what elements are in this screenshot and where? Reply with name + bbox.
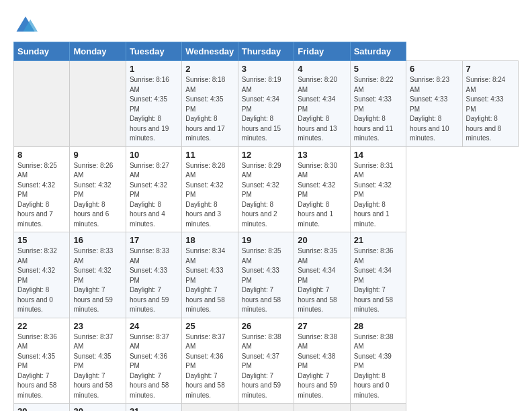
- calendar-cell: 26Sunrise: 8:38 AMSunset: 4:37 PMDayligh…: [238, 318, 294, 404]
- day-number: 7: [466, 64, 515, 74]
- day-detail: Sunrise: 8:34 AMSunset: 4:33 PMDaylight:…: [185, 246, 234, 315]
- day-number: 6: [410, 64, 458, 74]
- logo-icon: [13, 13, 38, 38]
- day-detail: Sunrise: 8:37 AMSunset: 4:36 PMDaylight:…: [130, 332, 178, 401]
- day-header-tuesday: Tuesday: [126, 42, 181, 61]
- day-number: 13: [298, 150, 346, 160]
- empty-cell: [14, 61, 70, 147]
- day-number: 2: [185, 64, 234, 74]
- calendar-cell: 4Sunrise: 8:20 AMSunset: 4:34 PMDaylight…: [294, 61, 350, 147]
- day-detail: Sunrise: 8:16 AMSunset: 4:35 PMDaylight:…: [130, 75, 178, 144]
- day-detail: Sunrise: 8:22 AMSunset: 4:33 PMDaylight:…: [354, 75, 402, 144]
- calendar-cell: 14Sunrise: 8:31 AMSunset: 4:32 PMDayligh…: [350, 146, 406, 232]
- day-detail: Sunrise: 8:33 AMSunset: 4:32 PMDaylight:…: [73, 246, 122, 315]
- calendar-cell: 13Sunrise: 8:30 AMSunset: 4:32 PMDayligh…: [294, 146, 350, 232]
- calendar-cell: 24Sunrise: 8:37 AMSunset: 4:36 PMDayligh…: [126, 318, 181, 404]
- calendar-cell: 3Sunrise: 8:19 AMSunset: 4:34 PMDaylight…: [238, 61, 294, 147]
- day-number: 15: [17, 235, 66, 245]
- day-number: 19: [242, 235, 290, 245]
- day-detail: Sunrise: 8:26 AMSunset: 4:32 PMDaylight:…: [73, 161, 122, 230]
- day-detail: Sunrise: 8:19 AMSunset: 4:34 PMDaylight:…: [242, 75, 290, 144]
- calendar-body: 1Sunrise: 8:16 AMSunset: 4:35 PMDaylight…: [14, 61, 519, 412]
- day-detail: Sunrise: 8:24 AMSunset: 4:33 PMDaylight:…: [466, 75, 515, 144]
- day-number: 23: [73, 321, 122, 331]
- calendar-cell: 25Sunrise: 8:37 AMSunset: 4:36 PMDayligh…: [182, 318, 238, 404]
- day-header-wednesday: Wednesday: [182, 42, 238, 61]
- day-number: 20: [298, 235, 346, 245]
- day-header-saturday: Saturday: [350, 42, 406, 61]
- day-number: 17: [130, 235, 178, 245]
- calendar-cell: 30Sunrise: 8:38 AMSunset: 4:40 PMDayligh…: [70, 404, 126, 412]
- day-detail: Sunrise: 8:27 AMSunset: 4:32 PMDaylight:…: [130, 161, 178, 230]
- day-detail: Sunrise: 8:32 AMSunset: 4:32 PMDaylight:…: [17, 246, 66, 315]
- calendar-cell: 19Sunrise: 8:35 AMSunset: 4:33 PMDayligh…: [238, 232, 294, 318]
- calendar-cell: 5Sunrise: 8:22 AMSunset: 4:33 PMDaylight…: [350, 61, 406, 147]
- day-number: 29: [17, 406, 66, 411]
- day-number: 5: [354, 64, 402, 74]
- day-header-monday: Monday: [70, 42, 126, 61]
- calendar-week-row: 22Sunrise: 8:36 AMSunset: 4:35 PMDayligh…: [14, 318, 519, 404]
- day-number: 1: [130, 64, 178, 74]
- calendar-cell: 23Sunrise: 8:37 AMSunset: 4:35 PMDayligh…: [70, 318, 126, 404]
- day-number: 27: [298, 321, 346, 331]
- calendar-table: SundayMondayTuesdayWednesdayThursdayFrid…: [13, 42, 519, 411]
- calendar-header-row: SundayMondayTuesdayWednesdayThursdayFrid…: [14, 42, 519, 61]
- day-header-thursday: Thursday: [238, 42, 294, 61]
- calendar-cell: 21Sunrise: 8:36 AMSunset: 4:34 PMDayligh…: [350, 232, 406, 318]
- day-detail: Sunrise: 8:36 AMSunset: 4:34 PMDaylight:…: [354, 246, 402, 315]
- empty-cell: [70, 61, 126, 147]
- day-detail: Sunrise: 8:23 AMSunset: 4:33 PMDaylight:…: [410, 75, 458, 144]
- calendar-cell: [238, 404, 294, 412]
- calendar-cell: 11Sunrise: 8:28 AMSunset: 4:32 PMDayligh…: [182, 146, 238, 232]
- day-detail: Sunrise: 8:33 AMSunset: 4:33 PMDaylight:…: [130, 246, 178, 315]
- calendar-cell: 20Sunrise: 8:35 AMSunset: 4:34 PMDayligh…: [294, 232, 350, 318]
- day-number: 22: [17, 321, 66, 331]
- day-header-friday: Friday: [294, 42, 350, 61]
- day-detail: Sunrise: 8:18 AMSunset: 4:35 PMDaylight:…: [185, 75, 234, 144]
- calendar-cell: 15Sunrise: 8:32 AMSunset: 4:32 PMDayligh…: [14, 232, 70, 318]
- calendar-week-row: 15Sunrise: 8:32 AMSunset: 4:32 PMDayligh…: [14, 232, 519, 318]
- calendar-week-row: 1Sunrise: 8:16 AMSunset: 4:35 PMDaylight…: [14, 61, 519, 147]
- calendar-cell: 31Sunrise: 8:38 AMSunset: 4:41 PMDayligh…: [126, 404, 181, 412]
- day-detail: Sunrise: 8:38 AMSunset: 4:38 PMDaylight:…: [298, 332, 346, 401]
- day-header-sunday: Sunday: [14, 42, 70, 61]
- calendar-cell: [294, 404, 350, 412]
- calendar-cell: 9Sunrise: 8:26 AMSunset: 4:32 PMDaylight…: [70, 146, 126, 232]
- day-number: 16: [73, 235, 122, 245]
- calendar-cell: 28Sunrise: 8:38 AMSunset: 4:39 PMDayligh…: [350, 318, 406, 404]
- calendar-week-row: 8Sunrise: 8:25 AMSunset: 4:32 PMDaylight…: [14, 146, 519, 232]
- logo: [13, 13, 40, 38]
- day-number: 12: [242, 150, 290, 160]
- calendar-cell: 12Sunrise: 8:29 AMSunset: 4:32 PMDayligh…: [238, 146, 294, 232]
- day-detail: Sunrise: 8:30 AMSunset: 4:32 PMDaylight:…: [298, 161, 346, 230]
- day-number: 31: [130, 406, 178, 411]
- day-number: 8: [17, 150, 66, 160]
- header: [13, 13, 519, 38]
- day-number: 26: [242, 321, 290, 331]
- calendar-cell: 10Sunrise: 8:27 AMSunset: 4:32 PMDayligh…: [126, 146, 181, 232]
- day-detail: Sunrise: 8:37 AMSunset: 4:36 PMDaylight:…: [185, 332, 234, 401]
- day-detail: Sunrise: 8:36 AMSunset: 4:35 PMDaylight:…: [17, 332, 66, 401]
- day-number: 21: [354, 235, 402, 245]
- day-number: 10: [130, 150, 178, 160]
- day-number: 30: [73, 406, 122, 411]
- day-number: 25: [185, 321, 234, 331]
- day-detail: Sunrise: 8:35 AMSunset: 4:33 PMDaylight:…: [242, 246, 290, 315]
- day-detail: Sunrise: 8:25 AMSunset: 4:32 PMDaylight:…: [17, 161, 66, 230]
- day-detail: Sunrise: 8:29 AMSunset: 4:32 PMDaylight:…: [242, 161, 290, 230]
- calendar-cell: 7Sunrise: 8:24 AMSunset: 4:33 PMDaylight…: [462, 61, 519, 147]
- day-detail: Sunrise: 8:38 AMSunset: 4:39 PMDaylight:…: [354, 332, 402, 401]
- calendar-cell: 16Sunrise: 8:33 AMSunset: 4:32 PMDayligh…: [70, 232, 126, 318]
- day-detail: Sunrise: 8:37 AMSunset: 4:35 PMDaylight:…: [73, 332, 122, 401]
- day-detail: Sunrise: 8:38 AMSunset: 4:37 PMDaylight:…: [242, 332, 290, 401]
- calendar-cell: 2Sunrise: 8:18 AMSunset: 4:35 PMDaylight…: [182, 61, 238, 147]
- calendar-cell: 27Sunrise: 8:38 AMSunset: 4:38 PMDayligh…: [294, 318, 350, 404]
- calendar-cell: 29Sunrise: 8:38 AMSunset: 4:40 PMDayligh…: [14, 404, 70, 412]
- calendar-cell: 18Sunrise: 8:34 AMSunset: 4:33 PMDayligh…: [182, 232, 238, 318]
- day-detail: Sunrise: 8:35 AMSunset: 4:34 PMDaylight:…: [298, 246, 346, 315]
- day-detail: Sunrise: 8:20 AMSunset: 4:34 PMDaylight:…: [298, 75, 346, 144]
- day-number: 14: [354, 150, 402, 160]
- calendar-cell: [182, 404, 238, 412]
- day-number: 4: [298, 64, 346, 74]
- day-number: 11: [185, 150, 234, 160]
